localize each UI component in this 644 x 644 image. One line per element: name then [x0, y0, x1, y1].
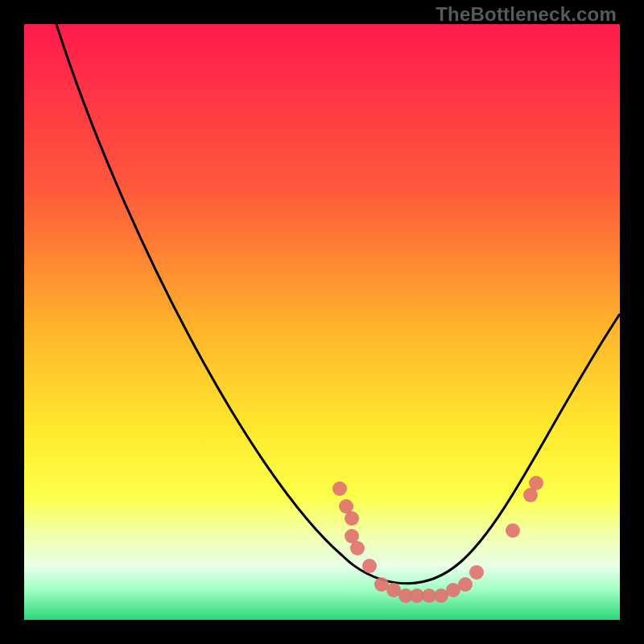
svg-rect-0: [24, 24, 620, 620]
chart-frame: [24, 24, 620, 620]
plot-area: [24, 24, 620, 620]
background-gradient: [24, 24, 620, 620]
watermark: TheBottleneck.com: [436, 3, 617, 26]
